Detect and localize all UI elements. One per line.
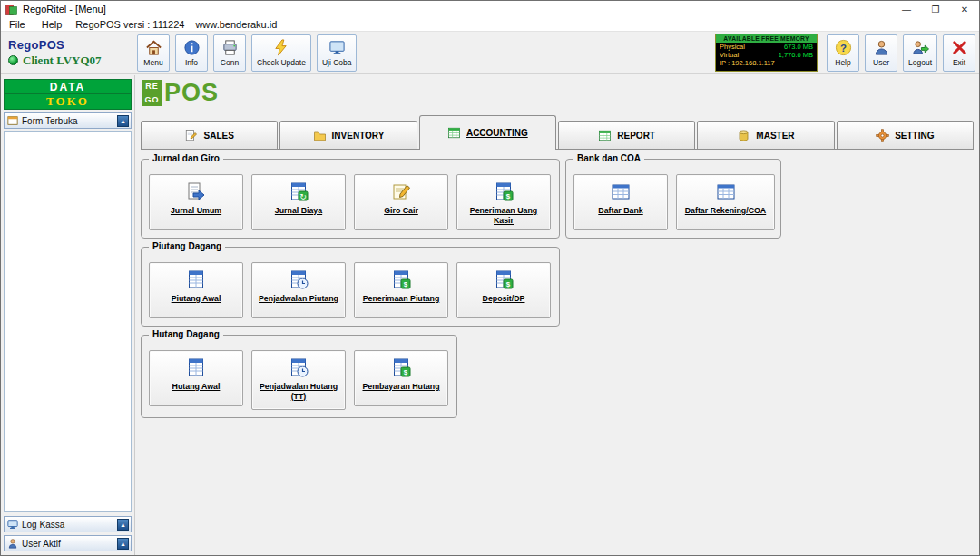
giro-cair-button[interactable]: Giro Cair (354, 174, 448, 230)
info-icon (183, 39, 201, 56)
memory-physical-value: 673.0 MB (784, 43, 813, 51)
memory-ip: IP : 192.168.1.117 (716, 59, 817, 68)
memory-panel: AVAILABLE FREE MEMORY Physical 673.0 MB … (715, 34, 818, 72)
menu-button[interactable]: Menu (137, 34, 170, 72)
tab-accounting[interactable]: ACCOUNTING (419, 115, 556, 150)
memory-physical-label: Physical (720, 43, 745, 51)
gear-icon (876, 129, 889, 142)
giro-cair-label: Giro Cair (382, 206, 420, 216)
memory-virtual-row: Virtual 1,776.6 MB (716, 51, 817, 59)
log-kassa-toggle-button[interactable]: ▲ (117, 519, 129, 531)
info-button[interactable]: Info (175, 34, 208, 72)
sidebar-header-toko: TOKO (5, 94, 131, 109)
piutang-awal-label: Piutang Awal (170, 294, 223, 304)
exit-button-label: Exit (953, 58, 965, 67)
log-kassa-panel[interactable]: Log Kassa ▲ (4, 516, 132, 532)
logo-tile-re: RE (142, 80, 162, 93)
ledger-clock-icon (289, 269, 309, 289)
pembayaran-hutang-button[interactable]: Pembayaran Hutang (354, 350, 448, 406)
log-kassa-label: Log Kassa (22, 520, 64, 530)
group-piutang-dagang: Piutang Dagang Piutang Awal Penjadwalan … (141, 247, 560, 327)
deposit-dp-button[interactable]: Deposit/DP (456, 262, 551, 318)
user-aktif-panel[interactable]: User Aktif ▲ (4, 535, 132, 551)
sidebar-header: DATA TOKO (4, 79, 132, 110)
accounting-grid-icon (447, 126, 461, 140)
sales-doc-icon (184, 129, 198, 142)
tab-master[interactable]: MASTER (697, 121, 834, 149)
tab-setting[interactable]: SETTING (837, 121, 974, 149)
penerimaan-uang-kasir-label: Penerimaan Uang Kasir (457, 206, 550, 226)
form-icon (7, 115, 18, 126)
session-buttons: Help User Logout Exit (827, 34, 975, 72)
tab-report-label: REPORT (617, 131, 655, 141)
pembayaran-hutang-label: Pembayaran Hutang (360, 382, 441, 392)
tab-master-label: MASTER (756, 131, 794, 141)
tab-inventory-label: INVENTORY (332, 131, 385, 141)
logout-icon (912, 39, 929, 56)
logo-tile-go: GO (142, 93, 162, 106)
app-body: DATA TOKO Form Terbuka ▲ Log Kassa ▲ Use… (1, 75, 979, 555)
jurnal-umum-button[interactable]: Jurnal Umum (149, 174, 243, 230)
exit-button[interactable]: Exit (943, 34, 975, 72)
penjadwalan-piutang-label: Penjadwalan Piutang (257, 294, 340, 304)
sidebar-header-data: DATA (5, 80, 131, 94)
journal-refresh-icon (289, 181, 309, 201)
penjadwalan-hutang-tt-label: Penjadwalan Hutang (TT) (252, 382, 345, 402)
client-row: Client LVYQ07 (8, 54, 137, 68)
check-update-button[interactable]: Check Update (251, 34, 311, 72)
penjadwalan-piutang-button[interactable]: Penjadwalan Piutang (251, 262, 346, 318)
inventory-folder-icon (313, 129, 327, 142)
conn-button-label: Conn (220, 58, 239, 67)
group-title: Jurnal dan Giro (149, 153, 223, 163)
active-user-icon (7, 538, 18, 549)
group-title: Hutang Dagang (149, 329, 223, 339)
app-window: RegoRitel - [Menu] — ❐ ✕ File Help RegoP… (0, 0, 980, 556)
lightning-icon (272, 39, 289, 56)
penerimaan-piutang-button[interactable]: Penerimaan Piutang (354, 262, 448, 318)
bank-table-icon (611, 181, 631, 201)
help-icon (835, 39, 852, 56)
uji-coba-button-label: Uji Coba (322, 58, 352, 67)
tab-sales-label: SALES (203, 131, 233, 141)
menubar: File Help RegoPOS versi : 111224 www.ben… (1, 17, 979, 32)
close-button[interactable]: ✕ (950, 1, 979, 17)
tab-inventory[interactable]: INVENTORY (279, 121, 416, 149)
minimize-button[interactable]: — (892, 1, 921, 17)
monitor-icon (328, 39, 346, 56)
user-button[interactable]: User (865, 34, 897, 72)
tab-setting-label: SETTING (895, 131, 934, 141)
penerimaan-uang-kasir-button[interactable]: Penerimaan Uang Kasir (456, 174, 551, 230)
open-forms-list[interactable] (4, 131, 132, 512)
conn-button[interactable]: Conn (213, 34, 246, 72)
daftar-bank-button[interactable]: Daftar Bank (573, 174, 668, 230)
website-text: www.benderaku.id (190, 19, 282, 30)
uji-coba-button[interactable]: Uji Coba (317, 34, 358, 72)
form-terbuka-panel[interactable]: Form Terbuka ▲ (4, 112, 132, 129)
memory-physical-row: Physical 673.0 MB (716, 43, 817, 51)
form-terbuka-toggle-button[interactable]: ▲ (117, 115, 129, 127)
hutang-awal-button[interactable]: Hutang Awal (149, 350, 243, 406)
note-pencil-icon (391, 181, 411, 201)
group-title: Bank dan COA (573, 153, 644, 163)
daftar-rekening-coa-button[interactable]: Daftar Rekening/COA (676, 174, 775, 230)
menu-file[interactable]: File (1, 19, 34, 30)
jurnal-biaya-button[interactable]: Jurnal Biaya (251, 174, 346, 230)
report-table-icon (598, 129, 612, 142)
logout-button[interactable]: Logout (903, 34, 937, 72)
user-aktif-toggle-button[interactable]: ▲ (117, 538, 129, 550)
help-button[interactable]: Help (827, 34, 859, 72)
penjadwalan-hutang-tt-button[interactable]: Penjadwalan Hutang (TT) (251, 350, 346, 410)
maximize-button[interactable]: ❐ (921, 1, 950, 17)
hutang-awal-label: Hutang Awal (171, 382, 222, 392)
tab-report[interactable]: REPORT (558, 121, 695, 149)
jurnal-umum-label: Jurnal Umum (169, 206, 223, 216)
tab-sales[interactable]: SALES (141, 121, 278, 149)
menu-help[interactable]: Help (34, 19, 71, 30)
check-update-button-label: Check Update (257, 58, 306, 67)
jurnal-biaya-label: Jurnal Biaya (273, 206, 324, 216)
client-name: Client LVYQ07 (23, 54, 102, 68)
daftar-bank-label: Daftar Bank (596, 206, 644, 216)
help-button-label: Help (835, 58, 850, 67)
sidebar: DATA TOKO Form Terbuka ▲ Log Kassa ▲ Use… (1, 75, 135, 555)
piutang-awal-button[interactable]: Piutang Awal (149, 262, 243, 318)
